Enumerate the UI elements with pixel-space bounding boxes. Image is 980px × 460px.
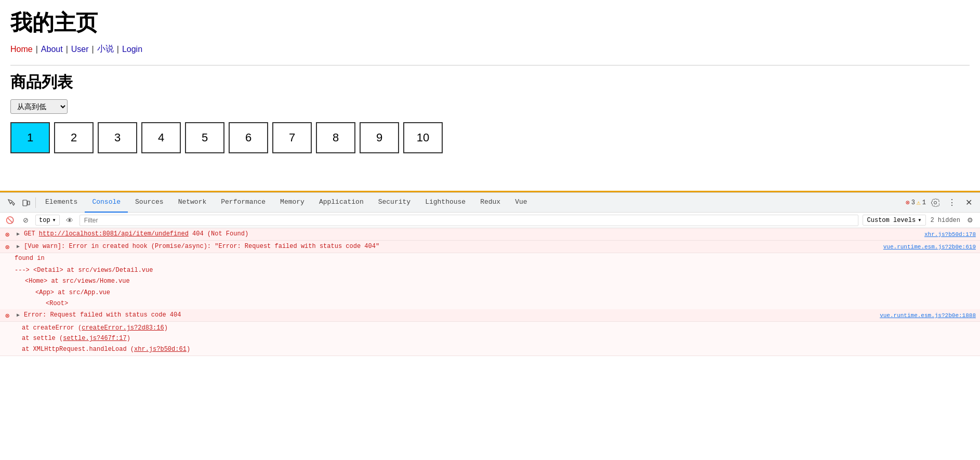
stack-line-3: at XMLHttpRequest.handleLoad (xhr.js?b50…	[22, 344, 980, 354]
tab-application[interactable]: Application	[312, 193, 371, 213]
page-btn-2[interactable]: 2	[54, 122, 94, 153]
sep4: |	[117, 45, 119, 54]
page-btn-3[interactable]: 3	[98, 122, 137, 153]
warning-count-label: 1	[922, 199, 926, 206]
nav-login[interactable]: Login	[122, 45, 142, 54]
tab-lighthouse[interactable]: Lighthouse	[418, 193, 473, 213]
custom-levels-label: Custom levels	[867, 217, 916, 224]
nav-user[interactable]: User	[71, 45, 89, 54]
block-line-5: <Root>	[15, 298, 980, 309]
error-icon-1: ⊗	[0, 229, 15, 239]
settings-icon[interactable]	[928, 195, 943, 210]
tab-sources[interactable]: Sources	[128, 193, 171, 213]
tab-vue[interactable]: Vue	[508, 193, 534, 213]
block-icon[interactable]: ⊘	[20, 215, 31, 226]
levels-chevron-icon: ▾	[918, 216, 921, 224]
svg-rect-0	[23, 200, 27, 206]
pagination: 12345678910	[10, 122, 970, 153]
block-line-2: ---> <Detail> at src/views/Detail.vue	[15, 265, 980, 276]
tab-elements[interactable]: Elements	[38, 193, 85, 213]
error-icon-3: ⊗	[0, 310, 15, 320]
nav-links: Home | About | User | 小说 | Login	[10, 44, 970, 55]
page-btn-7[interactable]: 7	[272, 122, 312, 153]
stack-line-2: at settle (settle.js?467f:17)	[22, 333, 980, 344]
sep2: |	[66, 45, 68, 54]
context-chevron-icon: ▾	[52, 216, 56, 224]
log-content-1: GET http://localhost:8081/api/item/undef…	[22, 229, 920, 239]
block-line-3: <Home> at src/views/Home.vue	[15, 276, 980, 287]
expand-1[interactable]: ▶	[15, 229, 22, 237]
expand-2[interactable]: ▶	[15, 242, 22, 249]
error-warning-count: ⊗ 3 ⚠ 1	[906, 199, 926, 207]
block-line-4: <App> at src/App.vue	[15, 287, 980, 298]
stack-link-1[interactable]: createError.js?2d83:16	[82, 324, 164, 332]
nav-divider	[10, 65, 970, 65]
stack-trace-block: at createError (createError.js?2d83:16) …	[0, 322, 980, 356]
console-log-area: ⊗ ▶ GET http://localhost:8081/api/item/u…	[0, 228, 980, 460]
stack-link-2[interactable]: settle.js?467f:17	[63, 335, 126, 342]
log-source-1[interactable]: xhr.js?b50d:178	[920, 229, 980, 239]
page-btn-1[interactable]: 1	[10, 122, 50, 153]
more-options-icon[interactable]: ⋮	[945, 195, 959, 210]
tab-redux[interactable]: Redux	[473, 193, 508, 213]
log-entry-3: ⊗ ▶ Error: Request failed with status co…	[0, 309, 980, 322]
error-count-label: 3	[911, 199, 915, 206]
context-selector[interactable]: top ▾	[35, 215, 60, 226]
console-toolbar: 🚫 ⊘ top ▾ 👁 Custom levels ▾ 2 hidden ⚙	[0, 213, 980, 228]
context-label: top	[39, 217, 50, 224]
log-entry-2: ⊗ ▶ [Vue warn]: Error in created hook (P…	[0, 241, 980, 253]
stack-link-3[interactable]: xhr.js?b50d:61	[134, 346, 187, 353]
hidden-count-label: 2 hidden	[930, 217, 960, 224]
block-line-0: found in	[15, 253, 980, 264]
log-content-2: [Vue warn]: Error in created hook (Promi…	[22, 242, 879, 251]
svg-rect-1	[28, 201, 30, 205]
stack-line-1: at createError (createError.js?2d83:16)	[22, 323, 980, 333]
tabs-separator	[35, 198, 36, 208]
nav-xiaoshuo[interactable]: 小说	[97, 44, 114, 55]
sep3: |	[92, 45, 94, 54]
device-toolbar-icon[interactable]	[19, 195, 33, 210]
nav-about[interactable]: About	[41, 45, 63, 54]
page-btn-6[interactable]: 6	[229, 122, 268, 153]
page-btn-5[interactable]: 5	[185, 122, 224, 153]
page-btn-9[interactable]: 9	[360, 122, 399, 153]
page-title: 我的主页	[10, 8, 970, 37]
tab-console[interactable]: Console	[85, 193, 128, 213]
page-content: 我的主页 Home | About | User | 小说 | Login 商品…	[0, 0, 980, 192]
page-btn-10[interactable]: 10	[403, 122, 443, 153]
devtools-panel: Elements Console Sources Network Perform…	[0, 192, 980, 460]
tab-network[interactable]: Network	[171, 193, 214, 213]
sort-select[interactable]: 从高到低 从低到高	[10, 99, 68, 114]
vue-warn-block: found in ---> <Detail> at src/views/Deta…	[0, 253, 980, 309]
error-icon: ⊗	[906, 199, 910, 207]
settings-console-icon[interactable]: ⚙	[964, 215, 976, 226]
log-source-3[interactable]: vue.runtime.esm.js?2b0e:1888	[876, 310, 980, 320]
devtools-right-controls: ⊗ 3 ⚠ 1 ⋮ ✕	[906, 195, 976, 210]
section-title: 商品列表	[10, 72, 970, 93]
warning-icon: ⚠	[917, 199, 921, 207]
error-url-1[interactable]: http://localhost:8081/api/item/undefined	[39, 230, 189, 238]
log-content-3: Error: Request failed with status code 4…	[22, 310, 876, 320]
error-icon-2: ⊗	[0, 242, 15, 252]
sep1: |	[36, 45, 38, 54]
close-devtools-icon[interactable]: ✕	[961, 195, 976, 210]
log-entry-1: ⊗ ▶ GET http://localhost:8081/api/item/u…	[0, 228, 980, 241]
devtools-tabs: Elements Console Sources Network Perform…	[0, 193, 980, 213]
log-source-2[interactable]: vue.runtime.esm.js?2b0e:619	[879, 242, 980, 251]
tab-security[interactable]: Security	[371, 193, 418, 213]
expand-3[interactable]: ▶	[15, 310, 22, 318]
tab-performance[interactable]: Performance	[214, 193, 273, 213]
tab-memory[interactable]: Memory	[273, 193, 312, 213]
clear-console-icon[interactable]: 🚫	[4, 215, 16, 226]
eye-icon[interactable]: 👁	[64, 215, 75, 226]
page-btn-8[interactable]: 8	[316, 122, 355, 153]
page-btn-4[interactable]: 4	[141, 122, 181, 153]
custom-levels-dropdown[interactable]: Custom levels ▾	[863, 215, 926, 226]
nav-home[interactable]: Home	[10, 45, 33, 54]
inspector-icon[interactable]	[4, 195, 19, 210]
filter-input[interactable]	[80, 215, 858, 226]
